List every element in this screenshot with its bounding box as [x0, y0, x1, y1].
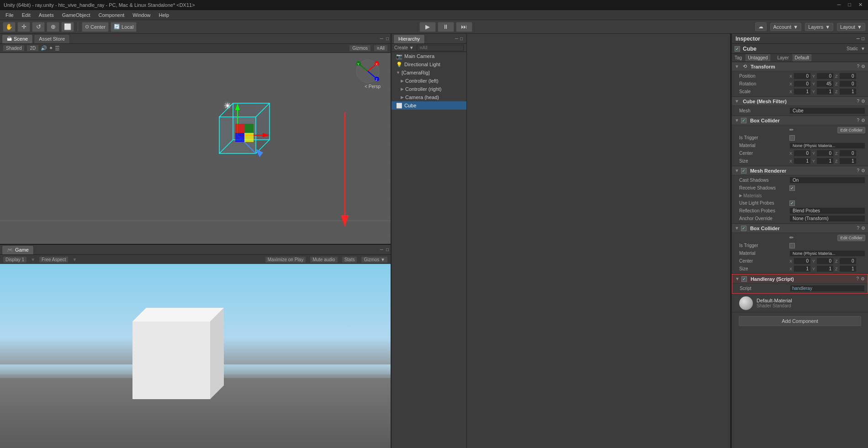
mr-options[interactable]: ? ⚙ [857, 168, 865, 173]
hierarchy-item-controller-left[interactable]: ▶ Controller (left) [392, 77, 466, 85]
game-minimize-icon[interactable]: ─ [380, 247, 383, 252]
scale-z[interactable]: 1 [839, 88, 857, 95]
all-btn[interactable]: ≡All [374, 45, 388, 52]
pause-btn[interactable]: ⏸ [438, 22, 454, 32]
bc1-size-y[interactable]: 1 [816, 158, 834, 164]
mesh-filter-options[interactable]: ? ⚙ [857, 99, 865, 104]
inspector-maximize[interactable]: □ [862, 36, 864, 41]
bc1-center-x[interactable]: 0 [794, 150, 811, 157]
bc2-center-x[interactable]: 0 [794, 258, 811, 264]
hierarchy-item-camera-head[interactable]: ▶ Camera (head) [392, 93, 466, 101]
scale-y[interactable]: 1 [816, 88, 834, 95]
hierarchy-maximize[interactable]: □ [460, 36, 463, 41]
tag-dropdown[interactable]: Untagged [746, 54, 770, 61]
cloud-btn[interactable]: ☁ [755, 22, 767, 31]
bc1-size-x[interactable]: 1 [794, 158, 811, 164]
mr-enabled-checkbox[interactable]: ✓ [741, 168, 746, 174]
position-y[interactable]: 0 [816, 73, 834, 79]
scene-maximize-icon[interactable]: □ [386, 36, 389, 41]
bc1-center-y[interactable]: 0 [816, 150, 834, 157]
scene-minimize-icon[interactable]: ─ [380, 36, 383, 41]
pivot-btn[interactable]: ⊙ Center [82, 22, 109, 32]
hierarchy-item-main-camera[interactable]: 📷 Main Camera [392, 52, 466, 60]
space-btn[interactable]: 🔄 Local [111, 22, 137, 32]
transform-options[interactable]: ? ⚙ [857, 64, 865, 69]
object-enabled-checkbox[interactable]: ✓ [735, 46, 740, 52]
mesh-value[interactable]: Cube [789, 107, 865, 114]
tab-game[interactable]: 🎮 Game [2, 245, 34, 254]
play-btn[interactable]: ▶ [419, 22, 436, 32]
mr-anchor-value[interactable]: None (Transform) [789, 215, 865, 222]
rotation-x[interactable]: 0 [794, 80, 811, 87]
tab-asset-store[interactable]: Asset Store [34, 34, 70, 43]
maximize-on-play-btn[interactable]: Maximize on Play [265, 256, 306, 263]
menu-component[interactable]: Component [95, 11, 128, 19]
box-collider2-header[interactable]: ▼ ✓ Box Collider ? ⚙ [732, 224, 868, 233]
hierarchy-item-controller-right[interactable]: ▶ Controller (right) [392, 85, 466, 93]
layer-dropdown[interactable]: Default [793, 54, 812, 61]
scene-settings-icon[interactable]: ☰ [55, 45, 60, 52]
static-dropdown-arrow[interactable]: ▼ [861, 46, 865, 51]
tab-scene[interactable]: 🏔 Scene [2, 34, 33, 43]
hierarchy-create-btn[interactable]: Create ▼ [394, 45, 414, 50]
inspector-minimize[interactable]: ─ [857, 36, 860, 41]
bc1-size-z[interactable]: 1 [839, 158, 857, 164]
fx-icon[interactable]: ✦ [49, 45, 53, 51]
bc1-enabled-checkbox[interactable]: ✓ [741, 118, 746, 123]
bc2-enabled-checkbox[interactable]: ✓ [741, 226, 746, 231]
2d-btn[interactable]: 2D [26, 45, 39, 52]
mr-light-probe-checkbox[interactable]: ✓ [789, 200, 795, 206]
aspect-btn[interactable]: Free Aspect [39, 256, 69, 263]
bc1-options[interactable]: ? ⚙ [857, 118, 865, 123]
bc1-center-z[interactable]: 0 [839, 150, 857, 157]
move-tool[interactable]: ✛ [17, 22, 30, 32]
hierarchy-item-directional-light[interactable]: 💡 Directional Light [392, 60, 466, 69]
menu-help[interactable]: Help [155, 11, 173, 19]
close-btn[interactable]: ✕ [857, 2, 864, 8]
hierarchy-item-camera-rig[interactable]: ▼ [CameraRig] [392, 69, 466, 77]
bc1-trigger-checkbox[interactable] [789, 135, 795, 141]
display-btn[interactable]: Display 1 [3, 256, 27, 263]
handleray-header[interactable]: ▼ ✓ Handleray (Script) ? ⚙ [732, 274, 868, 284]
hierarchy-minimize[interactable]: ─ [455, 36, 458, 41]
mr-reflection-value[interactable]: Blend Probes [789, 207, 865, 214]
maximize-btn[interactable]: □ [846, 2, 853, 8]
bc2-size-y[interactable]: 1 [816, 265, 834, 272]
menu-gameobject[interactable]: GameObject [58, 11, 94, 19]
bc2-edit-btn[interactable]: Edit Collider [837, 235, 865, 241]
material-name[interactable]: Default-Material [757, 298, 792, 303]
scale-tool[interactable]: ⊕ [47, 22, 59, 32]
account-btn[interactable]: Account ▼ [770, 23, 802, 31]
bc2-center-y[interactable]: 0 [816, 258, 834, 264]
layers-btn[interactable]: Layers ▼ [805, 23, 833, 31]
position-z[interactable]: 0 [839, 73, 857, 79]
stats-btn[interactable]: Stats [342, 256, 358, 263]
bc2-size-x[interactable]: 1 [794, 265, 811, 272]
tab-hierarchy[interactable]: Hierarchy [393, 34, 425, 43]
menu-file[interactable]: File [2, 11, 17, 19]
menu-window[interactable]: Window [129, 11, 154, 19]
scene-viewport[interactable]: ☀ X Y Z [0, 53, 391, 244]
audio-icon[interactable]: 🔊 [41, 45, 47, 51]
minimize-btn[interactable]: ─ [836, 2, 843, 8]
hand-tool[interactable]: ✋ [3, 22, 16, 32]
scale-x[interactable]: 1 [794, 88, 811, 95]
bc2-trigger-checkbox[interactable] [789, 243, 795, 248]
mesh-filter-header[interactable]: ▼ Cube (Mesh Filter) ? ⚙ [732, 97, 868, 106]
box-collider1-header[interactable]: ▼ ✓ Box Collider ? ⚙ [732, 116, 868, 125]
bc1-material-value[interactable]: None (Physic Materia... [789, 142, 865, 149]
rect-tool[interactable]: ⬜ [61, 22, 74, 32]
rotation-z[interactable]: 0 [839, 80, 857, 87]
menu-edit[interactable]: Edit [18, 11, 34, 19]
hr-script-value[interactable]: handleray [790, 285, 865, 292]
mr-cast-value[interactable]: On [789, 177, 865, 184]
game-gizmos-btn[interactable]: Gizmos ▼ [361, 256, 388, 263]
hierarchy-search[interactable] [417, 45, 464, 51]
bc2-material-value[interactable]: None (Physic Materia... [789, 250, 865, 257]
hr-enabled-checkbox[interactable]: ✓ [741, 276, 747, 282]
gizmos-btn[interactable]: Gizmos [349, 45, 371, 52]
bc2-center-z[interactable]: 0 [839, 258, 857, 264]
game-maximize-icon[interactable]: □ [386, 247, 389, 252]
rotate-tool[interactable]: ↺ [32, 22, 45, 32]
bc1-edit-btn[interactable]: Edit Collider [837, 127, 865, 133]
